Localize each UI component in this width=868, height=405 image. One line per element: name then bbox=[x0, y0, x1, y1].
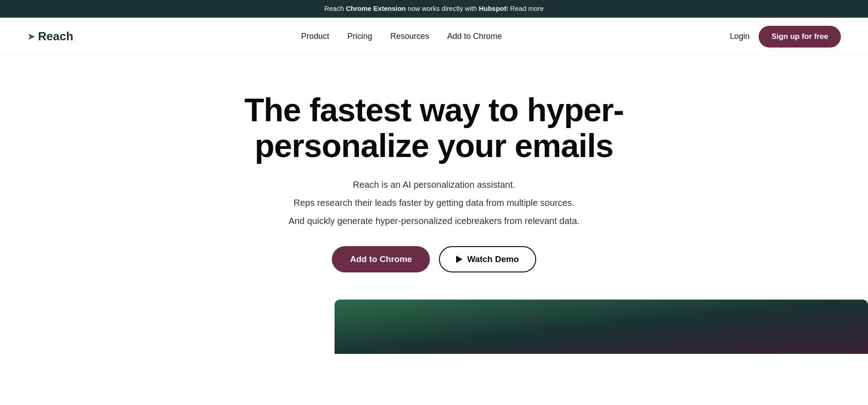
announcement-text-suffix: ! Read more bbox=[506, 5, 544, 12]
watch-demo-label: Watch Demo bbox=[467, 254, 519, 264]
announcement-hubspot: Hubspot bbox=[479, 5, 506, 12]
navbar: ➤ Reach Product Pricing Resources Add to… bbox=[0, 18, 868, 56]
nav-link-add-chrome[interactable]: Add to Chrome bbox=[447, 32, 502, 41]
hero-subtitle-2: Reps research their leads faster by gett… bbox=[293, 195, 574, 210]
hero-subtitle-3: And quickly generate hyper-personalized … bbox=[288, 214, 580, 228]
nav-item-product[interactable]: Product bbox=[301, 32, 329, 41]
play-icon bbox=[456, 256, 462, 263]
announcement-text-prefix: Reach bbox=[324, 5, 346, 12]
nav-links: Product Pricing Resources Add to Chrome bbox=[301, 32, 502, 41]
nav-link-product[interactable]: Product bbox=[301, 32, 329, 41]
hero-section: The fastest way to hyper-personalize you… bbox=[231, 56, 637, 300]
announcement-text-middle: now works directly with bbox=[406, 5, 479, 12]
nav-link-resources[interactable]: Resources bbox=[390, 32, 429, 41]
nav-item-pricing[interactable]: Pricing bbox=[347, 32, 372, 41]
logo-icon: ➤ bbox=[27, 31, 35, 43]
announcement-bar: Reach Chrome Extension now works directl… bbox=[0, 0, 868, 18]
login-link[interactable]: Login bbox=[730, 32, 750, 41]
hero-subtitle-1: Reach is an AI personalization assistant… bbox=[353, 177, 515, 192]
watch-demo-button[interactable]: Watch Demo bbox=[439, 246, 536, 272]
signup-button[interactable]: Sign up for free bbox=[759, 26, 841, 48]
nav-item-add-chrome[interactable]: Add to Chrome bbox=[447, 32, 502, 41]
logo[interactable]: ➤ Reach bbox=[27, 29, 73, 43]
nav-right: Login Sign up for free bbox=[730, 26, 841, 48]
nav-link-pricing[interactable]: Pricing bbox=[347, 32, 372, 41]
logo-text: Reach bbox=[38, 29, 73, 43]
announcement-chrome-extension: Chrome Extension bbox=[346, 5, 406, 12]
nav-item-resources[interactable]: Resources bbox=[390, 32, 429, 41]
hero-title: The fastest way to hyper-personalize you… bbox=[240, 92, 628, 164]
hero-buttons: Add to Chrome Watch Demo bbox=[332, 246, 536, 272]
bottom-preview-section bbox=[335, 300, 868, 354]
add-to-chrome-button[interactable]: Add to Chrome bbox=[332, 246, 430, 272]
